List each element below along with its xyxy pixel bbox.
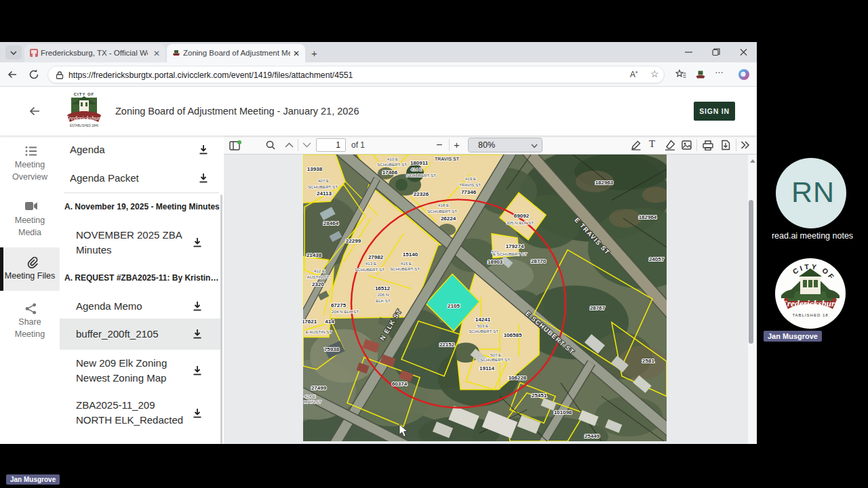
svg-text:TABLISHED 18: TABLISHED 18 xyxy=(792,313,828,317)
svg-text:Fredericksburg: Fredericksburg xyxy=(781,298,840,308)
svg-text:ESTABLISHED 1846: ESTABLISHED 1846 xyxy=(70,124,98,127)
svg-text:CITY OF: CITY OF xyxy=(74,92,95,96)
svg-text:Fredericksburg: Fredericksburg xyxy=(66,115,102,121)
